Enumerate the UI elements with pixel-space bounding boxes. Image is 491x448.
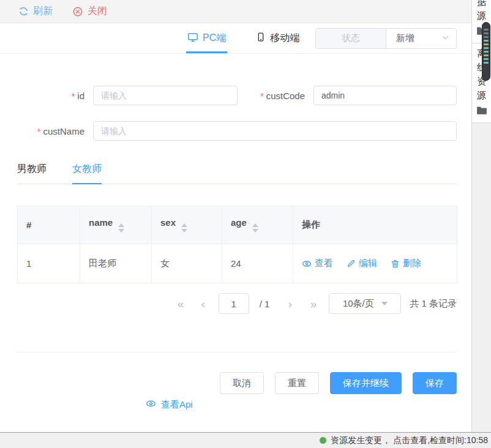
api-row: 查看Api <box>17 398 457 411</box>
form-row-1: *id *custCode <box>17 86 457 105</box>
refresh-button[interactable]: 刷新 <box>18 5 53 18</box>
folder-icon <box>476 105 487 118</box>
refresh-label: 刷新 <box>33 5 53 18</box>
main-panel: 刷新 关闭 PC端 <box>0 0 471 432</box>
teacher-tabs: 男教师 女教师 <box>17 157 457 184</box>
required-mark: * <box>37 127 40 136</box>
cell-index: 1 <box>18 244 80 283</box>
close-button[interactable]: 关闭 <box>72 5 107 18</box>
refresh-icon <box>18 6 29 17</box>
total-records-label: 共 1 条记录 <box>410 298 457 310</box>
cell-sex: 女 <box>152 244 222 283</box>
device-tabbar: PC端 移动端 状态 新增 <box>0 23 471 54</box>
custcode-label: *custCode <box>238 91 305 101</box>
cancel-button[interactable]: 取消 <box>220 372 264 394</box>
reset-button[interactable]: 重置 <box>275 372 319 394</box>
close-label: 关闭 <box>88 5 107 18</box>
tab-mobile-label: 移动端 <box>270 32 299 45</box>
teacher-table: # name sex age 操作 <box>17 206 457 283</box>
id-input[interactable] <box>93 86 238 105</box>
cell-name: 田老师 <box>80 244 152 283</box>
view-api-link[interactable]: 查看Api <box>146 398 193 411</box>
next-page-button[interactable]: › <box>288 298 291 310</box>
form-content: *id *custCode *custName 男教师 女教师 <box>0 86 471 411</box>
caret-down-icon <box>381 302 388 305</box>
save-button[interactable]: 保存 <box>413 372 457 394</box>
eye-icon <box>302 259 312 269</box>
mobile-icon <box>256 32 266 45</box>
tab-female-teacher[interactable]: 女教师 <box>72 157 102 184</box>
scrollbar-thumb[interactable] <box>482 22 490 81</box>
edit-link[interactable]: 编辑 <box>347 258 377 269</box>
form-row-2: *custName <box>17 121 457 141</box>
custname-label: *custName <box>17 126 84 136</box>
eye-icon <box>146 398 156 411</box>
status-addon-label: 状态 <box>316 29 386 48</box>
custcode-input[interactable] <box>313 86 457 105</box>
status-select[interactable]: 新增 <box>386 29 456 48</box>
required-mark: * <box>260 91 263 101</box>
tab-pc[interactable]: PC端 <box>187 23 226 53</box>
total-pages-label: / 1 <box>260 299 270 309</box>
custname-input[interactable] <box>93 121 457 141</box>
table-header-row: # name sex age 操作 <box>18 206 457 244</box>
top-toolbar: 刷新 关闭 <box>0 0 471 23</box>
pencil-icon <box>347 259 356 268</box>
column-header-actions: 操作 <box>293 206 457 244</box>
id-label: *id <box>17 91 84 101</box>
save-continue-button[interactable]: 保存并继续 <box>330 372 402 394</box>
table-row: 1 田老师 女 24 查看 <box>18 244 457 283</box>
prev-page-button[interactable]: ‹ <box>201 298 204 310</box>
tab-male-teacher[interactable]: 男教师 <box>17 157 47 184</box>
column-header-name[interactable]: name <box>80 206 152 244</box>
footer-divider <box>17 352 457 353</box>
page-size-value: 10条/页 <box>343 298 374 310</box>
tab-pc-label: PC端 <box>203 32 226 45</box>
required-mark: * <box>72 91 75 101</box>
resource-sidebar: 据源 离线资源 <box>471 0 491 432</box>
cell-age: 24 <box>222 244 293 283</box>
pagination: « ‹ / 1 › » 10条/页 共 1 条记录 <box>17 293 457 314</box>
sort-icon[interactable] <box>252 223 258 233</box>
footer-buttons: 取消 重置 保存并继续 保存 <box>17 372 457 394</box>
status-message[interactable]: 资源发生变更， 点击查看,检查时间:10:58 <box>331 435 488 446</box>
column-header-index: # <box>18 206 80 244</box>
status-bar: 资源发生变更， 点击查看,检查时间:10:58 <box>0 432 491 448</box>
last-page-button[interactable]: » <box>310 298 317 310</box>
column-header-age[interactable]: age <box>222 206 293 244</box>
chevron-down-icon <box>441 33 450 44</box>
first-page-button[interactable]: « <box>178 298 184 310</box>
sidebar-item-label: 据源 <box>476 0 487 23</box>
close-circle-icon <box>72 6 83 17</box>
status-select-group: 状态 新增 <box>315 28 457 49</box>
trash-icon <box>391 259 400 269</box>
sort-icon[interactable] <box>118 223 124 233</box>
status-dot-icon <box>320 437 326 444</box>
page-size-select[interactable]: 10条/页 <box>329 293 401 314</box>
page-number-input[interactable] <box>219 293 249 314</box>
monitor-icon <box>187 32 198 45</box>
view-link[interactable]: 查看 <box>302 258 333 269</box>
delete-link[interactable]: 删除 <box>391 258 421 269</box>
column-header-sex[interactable]: sex <box>152 206 222 244</box>
tab-mobile[interactable]: 移动端 <box>256 23 299 53</box>
sort-icon[interactable] <box>181 223 187 233</box>
cell-actions: 查看 编辑 <box>293 244 457 283</box>
status-select-value: 新增 <box>396 32 414 44</box>
